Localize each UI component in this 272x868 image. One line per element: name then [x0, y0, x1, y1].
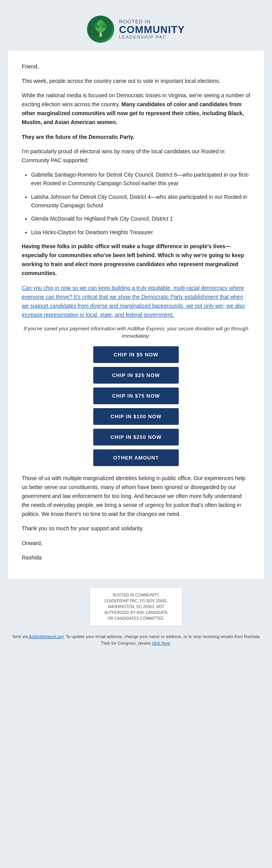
para6: Those of us with multiple marginalized i… [22, 474, 250, 519]
para3: They are the future of the Democratic Pa… [22, 133, 250, 142]
para5: Having these folks in public office will… [22, 242, 250, 278]
list: Gabriella Santiago-Romero for Detroit Ci… [31, 170, 250, 237]
list-item: Latisha Johnson for Detroit City Council… [31, 193, 250, 210]
footer-line2: LEADERSHIP PAC, PO BOX 15845, [104, 599, 167, 603]
list-item: Gabriella Santiago-Romero for Detroit Ci… [31, 170, 250, 188]
logo-icon [87, 16, 114, 43]
donate-5-button[interactable]: CHIP IN $5 NOW [93, 346, 179, 363]
email-card: Friend, This week, people across the cou… [8, 51, 264, 579]
para8: Onward, [22, 539, 250, 548]
actblue-note: If you've saved your payment information… [22, 325, 250, 340]
donate-75-button[interactable]: CHIP IN $75 NOW [93, 388, 179, 404]
donation-section: If you've saved your payment information… [22, 325, 250, 466]
footer-line4: AUTHORIZED BY ANY CANDIDATE [104, 610, 167, 615]
list-item: Lisa Hicks-Clayton for Dearborn Heights … [31, 228, 250, 237]
donate-100-button[interactable]: CHIP IN $100 NOW [93, 408, 179, 425]
footer-text: Sent via ActionNetwork.org. To update yo… [0, 630, 272, 653]
para7: Thank you so much for your support and s… [22, 524, 250, 533]
para4: I'm particularly proud of electoral wins… [22, 147, 250, 165]
svg-rect-1 [99, 32, 102, 37]
footer-disclaimer-box: ROOTED IN COMMUNITY LEADERSHIP PAC, PO B… [89, 587, 183, 626]
para2: While the national media is focused on D… [22, 91, 250, 127]
donate-250-button[interactable]: CHIP IN $250 NOW [93, 429, 179, 445]
header: ROOTED IN COMMUNITY LEADERSHIP PAC [0, 8, 272, 51]
para9: Rashida [22, 553, 250, 562]
page-wrapper: ROOTED IN COMMUNITY LEADERSHIP PAC Frien… [0, 0, 272, 661]
link-para[interactable]: Can you chip in now so we can keep build… [22, 284, 250, 319]
header-text: ROOTED IN COMMUNITY LEADERSHIP PAC [119, 19, 185, 39]
community-label: COMMUNITY [119, 25, 185, 35]
click-here-link[interactable]: click here [152, 641, 170, 645]
donate-25-button[interactable]: CHIP IN $25 NOW [93, 367, 179, 384]
footer-line1: ROOTED IN COMMUNITY [113, 593, 159, 597]
donate-other-button[interactable]: OTHER AMOUNT [93, 449, 179, 466]
chip-in-link[interactable]: Can you chip in now so we can keep build… [22, 285, 245, 318]
para1: This week, people across the country cam… [22, 77, 250, 86]
footer-line3: WASHINGTON, DC 20003, NOT [108, 605, 164, 609]
action-network-link[interactable]: ActionNetwork.org [29, 634, 64, 639]
list-item: Glenda McDonald for Highland Park City C… [31, 214, 250, 223]
greeting: Friend, [22, 62, 250, 71]
footer-line5: OR CANDIDATES COMMITTEE. [107, 616, 164, 621]
svg-point-6 [97, 23, 99, 25]
